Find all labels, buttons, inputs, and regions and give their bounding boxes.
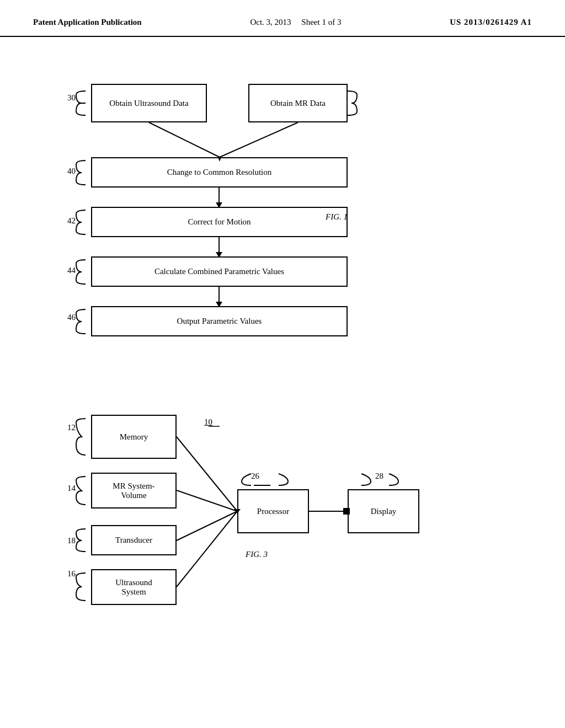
ultrasound-system-box: Ultrasound System xyxy=(91,569,177,605)
step-label-42: 42 xyxy=(67,216,76,226)
step-label-40: 40 xyxy=(67,167,76,176)
obtain-ultrasound-label: Obtain Ultrasound Data xyxy=(109,99,188,108)
sheet-label: Sheet 1 of 3 xyxy=(301,18,341,26)
label-12: 12 xyxy=(67,423,76,432)
calculate-parametric-label: Calculate Combined Parametric Values xyxy=(154,267,284,276)
correct-motion-box: Correct for Motion xyxy=(91,207,348,237)
svg-line-9 xyxy=(177,437,237,511)
fig3-label: FIG. 3 xyxy=(246,550,268,559)
label-14: 14 xyxy=(67,484,76,493)
patent-number: US 2013/0261429 A1 xyxy=(450,18,532,27)
label-26: 26 xyxy=(251,472,259,481)
correct-motion-label: Correct for Motion xyxy=(188,217,250,227)
page-header: Patent Application Publication Oct. 3, 2… xyxy=(0,0,565,37)
label-28: 28 xyxy=(375,472,383,481)
svg-line-10 xyxy=(177,490,237,511)
transducer-box: Transducer xyxy=(91,525,177,555)
label-16: 16 xyxy=(67,569,76,579)
fig3-diagram: 12 14 18 16 10 Memory MR System- Volume … xyxy=(33,412,532,644)
memory-box: Memory xyxy=(91,415,177,459)
system-label-10: 10 xyxy=(204,417,212,427)
svg-line-12 xyxy=(177,511,237,587)
publication-label: Patent Application Publication xyxy=(33,18,142,27)
output-parametric-label: Output Parametric Values xyxy=(177,317,262,326)
display-box: Display xyxy=(348,489,419,533)
obtain-mr-label: Obtain MR Data xyxy=(270,99,326,108)
fig1-label: FIG. 1 xyxy=(326,212,348,222)
step-label-44: 44 xyxy=(67,266,76,275)
change-resolution-label: Change to Common Resolution xyxy=(167,168,272,177)
obtain-ultrasound-box: Obtain Ultrasound Data xyxy=(91,84,207,122)
fig1-diagram: 30 32 40 42 44 46 Obtain Ultrasound Data… xyxy=(33,59,532,368)
mr-system-box: MR System- Volume xyxy=(91,473,177,508)
processor-box: Processor xyxy=(237,489,309,533)
svg-line-11 xyxy=(177,511,237,540)
date-label: Oct. 3, 2013 xyxy=(250,18,291,26)
calculate-parametric-box: Calculate Combined Parametric Values xyxy=(91,256,348,287)
output-parametric-box: Output Parametric Values xyxy=(91,306,348,336)
svg-line-1 xyxy=(220,122,298,157)
obtain-mr-box: Obtain MR Data xyxy=(248,84,348,122)
step-label-30: 30 xyxy=(67,93,76,103)
svg-line-0 xyxy=(149,122,220,157)
main-content: 30 32 40 42 44 46 Obtain Ultrasound Data… xyxy=(0,37,565,666)
processor-label: Processor xyxy=(257,507,289,516)
mr-system-label: MR System- Volume xyxy=(113,481,154,500)
header-center: Oct. 3, 2013 Sheet 1 of 3 xyxy=(250,18,341,27)
step-label-46: 46 xyxy=(67,313,76,322)
change-resolution-box: Change to Common Resolution xyxy=(91,157,348,188)
transducer-label: Transducer xyxy=(115,536,152,545)
ultrasound-system-label: Ultrasound System xyxy=(115,578,152,597)
display-label: Display xyxy=(371,507,397,516)
memory-label: Memory xyxy=(120,432,148,442)
label-18: 18 xyxy=(67,536,76,545)
